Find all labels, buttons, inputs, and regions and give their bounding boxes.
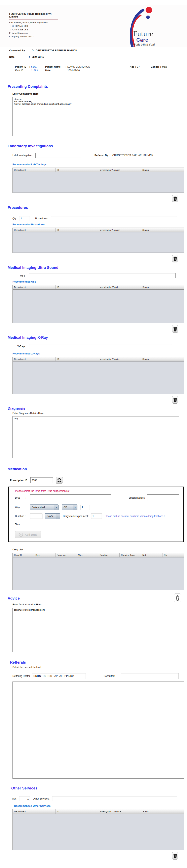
special-notes-label: Special Notes : [129,496,145,499]
xray-delete-button[interactable] [172,396,178,404]
drug-list-body[interactable] [13,557,184,590]
xray-input[interactable] [29,344,172,349]
trash-icon [175,595,180,601]
column-header-service: Investigation/Service [98,357,141,361]
column-header-duration: Duration [98,553,120,557]
consult-date-value: 2024-03-16 [32,56,44,58]
uss-table-body[interactable] [13,289,184,323]
duration-label: Duration : [15,515,30,518]
company-phone-2: T: +24 84 225 252 [9,28,70,31]
age-value: 37 [137,65,140,68]
other-services-delete-button[interactable] [172,852,178,860]
xray-table-body[interactable] [13,362,184,394]
plus-icon: + [19,533,23,537]
complaints-textarea[interactable]: pt seen BP 135/83 mmHg Xray of thoracic … [12,97,179,136]
company-address: Le Chainter,Victoria,Mahe,Seychelles [9,21,70,24]
other-qty-input[interactable] [19,796,30,801]
section-title-laboratory: Laboratory Investigations [8,144,187,148]
column-header-status: Status [141,285,184,289]
chevron-down-icon: ▼ [73,505,77,510]
trash-icon [173,397,177,403]
section-title-referrals: Refferals [10,660,187,664]
gender-value: Male [162,65,167,68]
special-notes-input[interactable] [147,494,179,501]
advice-delete-button[interactable] [174,593,181,602]
fraction-note: Please add as decimal numbers when addin… [105,515,165,518]
per-meal-label: Drugs/Tablets per meal : [63,515,89,518]
add-drug-button[interactable]: + Add Drug [15,531,41,538]
consultant-input[interactable] [121,673,179,679]
other-services-label: Other Services : [33,797,50,800]
recommended-uss-label: Recommended USS [12,280,187,283]
duration-input[interactable] [30,514,42,519]
column-header-service: Investigation / Service [98,809,141,814]
visit-date-label: Date [45,69,65,72]
way-label: Way [15,506,26,509]
other-services-input[interactable] [52,796,177,801]
section-title-ultrasound: Medical Imaging Ultra Sound [8,266,187,270]
procedures-qty-input[interactable] [19,216,30,221]
frequency-value: OD [64,506,67,509]
column-header-status: Status [141,809,184,814]
medication-entry-panel: Please select the Drug from Drug suggess… [8,487,184,542]
diagnosis-label: Enter Diagnosis Details Here [12,412,187,415]
consultant-label: Consultant [104,675,115,678]
column-header-id: ID [55,168,98,172]
lab-delete-button[interactable] [172,195,178,203]
referring-doctor-label: Reffering Doctor [12,675,30,678]
procedures-table-header: Department ID Investigation/Service Stat… [13,228,184,232]
other-services-table-body[interactable] [13,814,184,850]
advice-label: Enter Doctor's Advice Here [12,603,187,606]
column-header-status: Status [141,168,184,172]
other-qty-label: Qty : [12,797,17,800]
company-number: Company No.8417652-2 [9,35,70,38]
company-title: Future Care by Future Holdings (Pty) Lim… [9,12,58,20]
meal-time-select[interactable]: Before Meal ▼ [30,504,59,510]
way-qty-input[interactable] [80,505,90,510]
other-services-table-header: Department ID Investigation / Service St… [13,809,184,814]
complaints-label: Enter Complaints Here [12,92,187,95]
column-header-duration-type: Duration Type [120,553,141,557]
column-header-department: Department [13,168,55,172]
patient-id-label: Patient ID [15,65,28,68]
company-phone-1: T: +24 82 593 593 [9,24,70,28]
drug-input[interactable] [30,494,111,501]
uss-table-header: Department ID Investigation/Service Stat… [13,285,184,289]
lab-investigation-input[interactable] [35,153,81,158]
uss-input[interactable] [29,273,176,278]
procedures-delete-button[interactable] [172,255,178,262]
frequency-select[interactable]: OD ▼ [62,504,77,510]
refresh-prescription-button[interactable] [56,477,63,484]
duration-unit-select[interactable]: Day/s ▼ [45,513,60,519]
recommended-procedures-label: Recommended Procedures [12,223,187,226]
column-header-status: Status [141,228,184,232]
column-header-status: Status [141,357,184,361]
prescription-id-input[interactable] [30,477,53,483]
procedures-input[interactable] [51,216,177,221]
diagnosis-textarea[interactable]: ISQ [12,416,179,458]
letterhead: Future Care by Future Holdings (Pty) Lim… [0,5,187,47]
column-header-frequency: Fequency [55,553,77,557]
procedures-table-body[interactable] [13,232,184,252]
lab-table-body[interactable] [13,173,184,192]
section-title-procedures: Procedures [8,206,187,210]
procedures-qty-label: Qty : [12,217,17,220]
meal-time-value: Before Meal [32,506,45,509]
recommended-xray-label: Recommended X-Rays [12,352,187,355]
section-title-medication: Medication [8,467,187,471]
referring-doctor-input[interactable] [32,673,86,679]
uss-label: USS : [20,274,26,277]
future-care-logo: Future Ca♥re Body Mind Soul [121,6,159,47]
column-header-qty: Qty [162,553,184,557]
patient-name-value: LEWIS MUSHONGA [67,65,90,68]
patient-name-label: Patient Name [45,65,65,68]
referral-options-listbox[interactable] [12,682,184,779]
column-header-service: Investigation/Service [98,168,141,172]
lab-investigation-label: Lab Investingation : [12,154,33,157]
section-title-diagnosis: Diagnosis [8,406,187,411]
per-meal-input[interactable] [91,514,102,519]
xray-label: X-Rays : [17,345,27,348]
uss-delete-button[interactable] [172,325,178,333]
advice-textarea[interactable]: continue current management [12,608,179,652]
trash-icon [173,326,177,332]
